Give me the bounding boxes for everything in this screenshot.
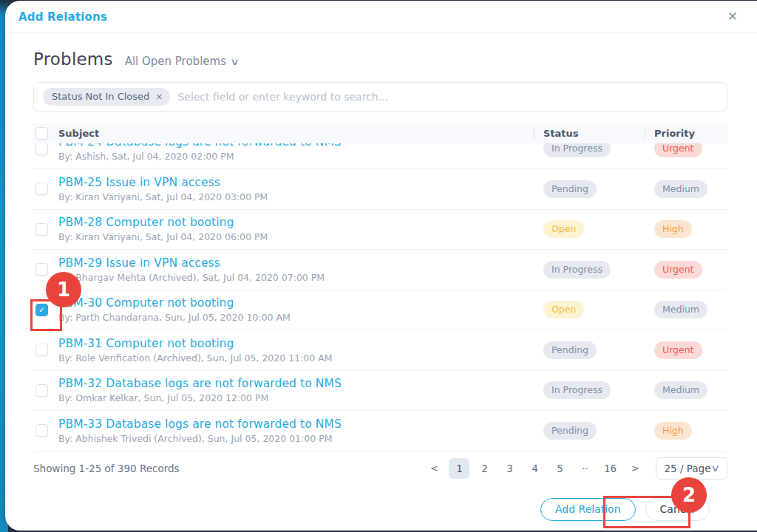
- status-badge: Pending: [543, 422, 597, 440]
- table-row: PBM-31 Computer not booting By: Role Ver…: [33, 330, 727, 371]
- records-count: Showing 1-25 of 390 Records: [33, 463, 180, 474]
- filter-chip-label: Status Not In Closed: [52, 91, 149, 102]
- row-checkbox[interactable]: [35, 183, 48, 195]
- problem-byline: By: Kiran Variyani, Sat, Jul 04, 2020 03…: [58, 191, 268, 202]
- add-relations-modal: Add Relations ✕ Problems All Open Proble…: [5, 1, 757, 531]
- status-badge: Pending: [543, 341, 597, 359]
- chevron-down-icon: ∨: [711, 463, 721, 474]
- row-checkbox[interactable]: [35, 384, 48, 397]
- problem-byline: By: Ashish, Sat, Jul 04, 2020 02:00 PM: [58, 151, 342, 162]
- annotation-step-1-badge: 1: [46, 272, 81, 307]
- search-input[interactable]: [177, 91, 718, 103]
- pagination-page-5[interactable]: 5: [549, 458, 570, 479]
- pagination: < 12345··16 > 25 / Page ∨: [424, 457, 727, 480]
- row-checkbox[interactable]: [35, 263, 48, 276]
- status-badge: Open: [543, 220, 584, 238]
- priority-badge: High: [654, 220, 692, 238]
- page-title: Problems: [33, 50, 113, 69]
- pagination-prev-icon[interactable]: <: [424, 458, 444, 479]
- table-row: PBM-25 Issue in VPN access By: Kiran Var…: [33, 169, 727, 210]
- problem-byline: By: Kiran Variyani, Sat, Jul 04, 2020 06…: [58, 231, 268, 242]
- priority-badge: High: [654, 422, 692, 440]
- modal-header: Add Relations ✕: [5, 1, 757, 33]
- problem-subject-link[interactable]: PBM-28 Computer not booting: [58, 216, 268, 229]
- column-header-status: Status: [543, 128, 579, 139]
- priority-badge: Medium: [654, 381, 707, 399]
- table-row: PBM-30 Computer not booting By: Parth Ch…: [33, 290, 727, 331]
- priority-badge: Urgent: [654, 341, 702, 359]
- problem-byline: By: Bhargav Mehta (Archived), Sat, Jul 0…: [58, 272, 325, 283]
- pagination-next-icon[interactable]: >: [625, 458, 645, 479]
- column-header-priority: Priority: [654, 128, 695, 139]
- chip-remove-icon[interactable]: ×: [155, 92, 163, 102]
- page-size-select[interactable]: 25 / Page ∨: [656, 457, 727, 480]
- priority-badge: Medium: [654, 301, 707, 318]
- column-header-subject: Subject: [58, 128, 99, 139]
- problem-byline: By: Parth Chandarana, Sun, Jul 05, 2020 …: [58, 312, 291, 323]
- status-badge: In Progress: [543, 261, 611, 279]
- pagination-page-3[interactable]: 3: [499, 458, 520, 479]
- table-row: PBM-29 Issue in VPN access By: Bhargav M…: [33, 250, 727, 290]
- problem-subject-link[interactable]: PBM-30 Computer not booting: [58, 296, 291, 310]
- problem-byline: By: Abhishek Trivedi (Archived), Sun, Ju…: [58, 433, 342, 444]
- modal-title: Add Relations: [18, 10, 107, 24]
- view-selector-dropdown[interactable]: All Open Problems ∨: [125, 55, 239, 68]
- table-footer: Showing 1-25 of 390 Records < 12345··16 …: [33, 451, 727, 485]
- table-row: PBM-33 Database logs are not forwarded t…: [33, 411, 727, 451]
- pagination-page-2[interactable]: 2: [474, 458, 495, 479]
- table-body: PBM-24 Database logs are not forwarded t…: [33, 129, 727, 451]
- pagination-page-16[interactable]: 16: [600, 458, 620, 479]
- table-row: PBM-32 Database logs are not forwarded t…: [33, 371, 727, 412]
- select-all-checkbox[interactable]: [35, 127, 48, 140]
- row-checkbox[interactable]: [35, 223, 48, 236]
- pagination-page-4[interactable]: 4: [524, 458, 545, 479]
- table-header-row: Subject Status Priority: [33, 123, 727, 143]
- problem-subject-link[interactable]: PBM-33 Database logs are not forwarded t…: [58, 417, 342, 431]
- table-row: PBM-28 Computer not booting By: Kiran Va…: [33, 210, 727, 250]
- priority-badge: Urgent: [654, 261, 702, 279]
- problem-byline: By: Role Verification (Archived), Sun, J…: [58, 352, 333, 364]
- status-badge: Open: [543, 301, 584, 318]
- status-badge: Pending: [543, 180, 597, 198]
- search-bar[interactable]: Status Not In Closed ×: [33, 82, 727, 112]
- status-badge: In Progress: [543, 381, 611, 399]
- column-divider: [534, 129, 534, 139]
- column-divider: [645, 129, 645, 139]
- chevron-down-icon: ∨: [230, 56, 240, 67]
- row-checkbox[interactable]: [35, 344, 48, 356]
- close-icon[interactable]: ✕: [727, 10, 738, 23]
- view-selector-label: All Open Problems: [125, 55, 226, 68]
- problem-subject-link[interactable]: PBM-32 Database logs are not forwarded t…: [58, 377, 342, 390]
- problem-subject-link[interactable]: PBM-29 Issue in VPN access: [58, 256, 325, 270]
- row-checkbox[interactable]: [35, 143, 48, 155]
- row-checkbox[interactable]: [35, 424, 48, 437]
- page-size-value: 25 / Page: [664, 463, 710, 474]
- problem-subject-link[interactable]: PBM-25 Issue in VPN access: [58, 176, 268, 189]
- priority-badge: Medium: [654, 180, 707, 198]
- problem-subject-link[interactable]: PBM-31 Computer not booting: [58, 337, 333, 350]
- annotation-step-2-badge: 2: [671, 477, 707, 513]
- pagination-ellipsis[interactable]: ··: [574, 458, 595, 479]
- problems-table: Subject Status Priority PBM-24 Databas: [33, 123, 727, 451]
- filter-chip[interactable]: Status Not In Closed ×: [43, 88, 170, 106]
- problem-byline: By: Omkar Kelkar, Sun, Jul 05, 2020 12:0…: [58, 392, 342, 403]
- pagination-page-1[interactable]: 1: [449, 458, 469, 479]
